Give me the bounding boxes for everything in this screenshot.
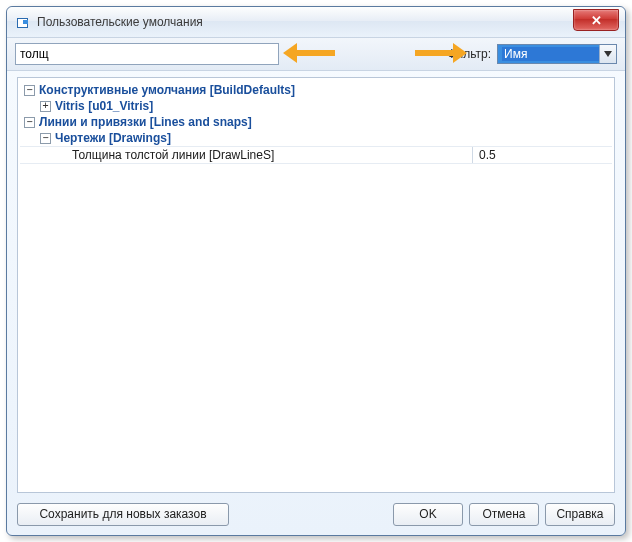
tree-panel: − Конструктивные умолчания [BuildDefault… [17,77,615,493]
tree-label: Чертежи [Drawings] [55,130,171,146]
button-bar: Сохранить для новых заказов OK Отмена Сп… [17,501,615,527]
close-button[interactable]: ✕ [573,9,619,31]
tree-node-build-defaults[interactable]: − Конструктивные умолчания [BuildDefault… [20,82,612,98]
setting-row-drawline[interactable]: Толщина толстой линии [DrawLineS] 0.5 [20,146,612,164]
expander-minus-icon[interactable]: − [24,117,35,128]
svg-marker-0 [604,51,612,57]
tree-label: Конструктивные умолчания [BuildDefaults] [39,82,295,98]
save-for-new-orders-button[interactable]: Сохранить для новых заказов [17,503,229,526]
cancel-button[interactable]: Отмена [469,503,539,526]
expander-minus-icon[interactable]: − [24,85,35,96]
arrow-pointing-search-icon [283,45,335,61]
tree-label: Линии и привязки [Lines and snaps] [39,114,252,130]
filter-select-value: Имя [502,47,599,61]
setting-name: Толщина толстой линии [DrawLineS] [20,147,472,163]
chevron-down-icon [599,45,616,63]
expander-minus-icon[interactable]: − [40,133,51,144]
tree-label: Vitris [u01_Vitris] [55,98,153,114]
settings-tree[interactable]: − Конструктивные умолчания [BuildDefault… [18,78,614,168]
app-icon [15,14,31,30]
expander-plus-icon[interactable]: + [40,101,51,112]
search-input[interactable] [15,43,279,65]
tree-node-vitris[interactable]: + Vitris [u01_Vitris] [20,98,612,114]
close-icon: ✕ [591,13,602,28]
ok-button[interactable]: OK [393,503,463,526]
arrow-pointing-filter-icon [415,45,467,61]
setting-value[interactable]: 0.5 [472,147,612,163]
titlebar: Пользовательские умолчания ✕ [7,7,625,38]
filter-select[interactable]: Имя [497,44,617,64]
help-button[interactable]: Справка [545,503,615,526]
window-title: Пользовательские умолчания [37,15,203,29]
tree-node-lines-snaps[interactable]: − Линии и привязки [Lines and snaps] [20,114,612,130]
tree-node-drawings[interactable]: − Чертежи [Drawings] [20,130,612,146]
dialog-window: Пользовательские умолчания ✕ Фильтр: Имя [6,6,626,536]
